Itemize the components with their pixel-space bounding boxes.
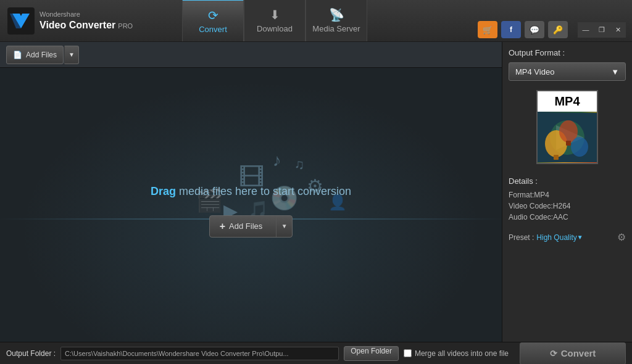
merge-checkbox[interactable] — [404, 349, 412, 357]
mediaserver-tab-icon: 📡 — [329, 7, 344, 22]
add-files-center-dropdown[interactable]: ▼ — [276, 216, 292, 237]
svg-rect-10 — [566, 141, 571, 146]
left-panel: 📄 Add Files ▼ 🎞 ♪ ♫ 🎬 💿 ⚙ 👤 ▶ 🎵 — [0, 42, 502, 342]
music-note-icon: ♪ — [273, 151, 281, 170]
add-files-center-button[interactable]: + Add Files ▼ — [209, 215, 293, 238]
merge-label: Merge all videos into one file — [415, 349, 509, 358]
mp4-thumbnail-svg — [538, 113, 597, 162]
format-detail: Format:MP4 — [509, 191, 626, 199]
add-files-button[interactable]: 📄 Add Files — [6, 46, 64, 64]
app-name: Video Converter — [40, 19, 115, 31]
details-label: Details : — [509, 176, 626, 186]
format-dropdown[interactable]: MP4 Video ▼ — [509, 62, 626, 81]
convert-button[interactable]: ⟳ Convert — [520, 342, 626, 365]
brand-name: Wondershare — [40, 10, 133, 19]
open-folder-button[interactable]: Open Folder — [344, 346, 399, 361]
drag-bold: Drag — [151, 185, 176, 197]
right-panel: Output Format : MP4 Video ▼ MP4 — [502, 42, 632, 342]
preset-value[interactable]: High Quality — [536, 233, 576, 242]
output-folder-label: Output Folder : — [6, 349, 56, 358]
tab-download[interactable]: ⬇ Download — [244, 0, 306, 41]
drag-rest: media files here to start conversion — [176, 185, 351, 197]
convert-button-icon: ⟳ — [550, 349, 557, 358]
bottom-bar: Output Folder : C:\Users\Vaishakh\Docume… — [0, 342, 632, 364]
preset-label: Preset : — [509, 233, 534, 242]
svg-point-8 — [571, 137, 588, 157]
plus-icon: + — [220, 221, 225, 232]
tab-convert-label: Convert — [199, 25, 227, 34]
minimize-button[interactable]: — — [578, 22, 594, 38]
download-tab-icon: ⬇ — [270, 7, 280, 22]
details-section: Details : Format:MP4 Video Codec:H264 Au… — [509, 176, 626, 224]
app-logo-icon — [7, 7, 35, 35]
facebook-button[interactable]: f — [501, 21, 521, 38]
add-files-center-label: Add Files — [229, 221, 262, 231]
titlebar: Wondershare Video Converter PRO ⟳ Conver… — [0, 0, 632, 42]
video-codec-detail: Video Codec:H264 — [509, 202, 626, 210]
add-files-label: Add Files — [26, 51, 57, 59]
preset-dropdown-arrow[interactable]: ▼ — [577, 234, 583, 241]
mp4-preview: MP4 — [536, 90, 598, 164]
drop-area: 🎞 ♪ ♫ 🎬 💿 ⚙ 👤 ▶ 🎵 Drag media files here … — [0, 68, 502, 342]
svg-rect-9 — [554, 155, 559, 160]
file-icon: 📄 — [13, 51, 22, 59]
restore-button[interactable]: ❐ — [594, 22, 610, 38]
tab-download-label: Download — [257, 24, 293, 33]
format-dropdown-arrow: ▼ — [611, 67, 619, 77]
format-dropdown-value: MP4 Video — [515, 67, 554, 77]
logo-area: Wondershare Video Converter PRO — [0, 7, 182, 35]
merge-checkbox-area: Merge all videos into one file — [404, 349, 509, 358]
icon-bar: 🛒 f 💬 🔑 — ❐ ✕ — [478, 17, 632, 42]
add-files-dropdown-button[interactable]: ▼ — [64, 46, 79, 64]
convert-tab-icon: ⟳ — [208, 8, 218, 23]
output-folder-path: C:\Users\Vaishakh\Documents\Wondershare … — [60, 347, 339, 360]
folder-path-text: C:\Users\Vaishakh\Documents\Wondershare … — [65, 350, 289, 357]
add-files-center-main[interactable]: + Add Files — [210, 216, 273, 237]
app-pro-badge: PRO — [118, 22, 133, 30]
logo-text: Wondershare Video Converter PRO — [40, 10, 133, 30]
preset-row: Preset : High Quality ▼ ⚙ — [509, 231, 626, 243]
convert-button-label: Convert — [561, 348, 596, 358]
key-button[interactable]: 🔑 — [548, 21, 568, 38]
audio-codec-detail: Audio Codec:AAC — [509, 213, 626, 221]
output-format-label: Output Format : — [509, 48, 626, 57]
mp4-format-label: MP4 — [538, 91, 597, 112]
tab-mediaserver-label: Media Server — [312, 24, 360, 33]
cart-button[interactable]: 🛒 — [478, 21, 497, 38]
open-folder-label: Open Folder — [351, 347, 392, 355]
chat-button[interactable]: 💬 — [525, 21, 544, 38]
mp4-preview-image — [538, 112, 597, 163]
tab-mediaserver[interactable]: 📡 Media Server — [306, 0, 367, 41]
toolbar-bar: 📄 Add Files ▼ — [0, 42, 502, 68]
close-button[interactable]: ✕ — [610, 22, 626, 38]
music-note2-icon: ♫ — [294, 157, 305, 173]
tab-convert[interactable]: ⟳ Convert — [182, 0, 244, 41]
drop-text: Drag media files here to start conversio… — [151, 185, 351, 198]
main-layout: 📄 Add Files ▼ 🎞 ♪ ♫ 🎬 💿 ⚙ 👤 ▶ 🎵 — [0, 42, 632, 342]
gear-icon[interactable]: ⚙ — [617, 231, 626, 243]
